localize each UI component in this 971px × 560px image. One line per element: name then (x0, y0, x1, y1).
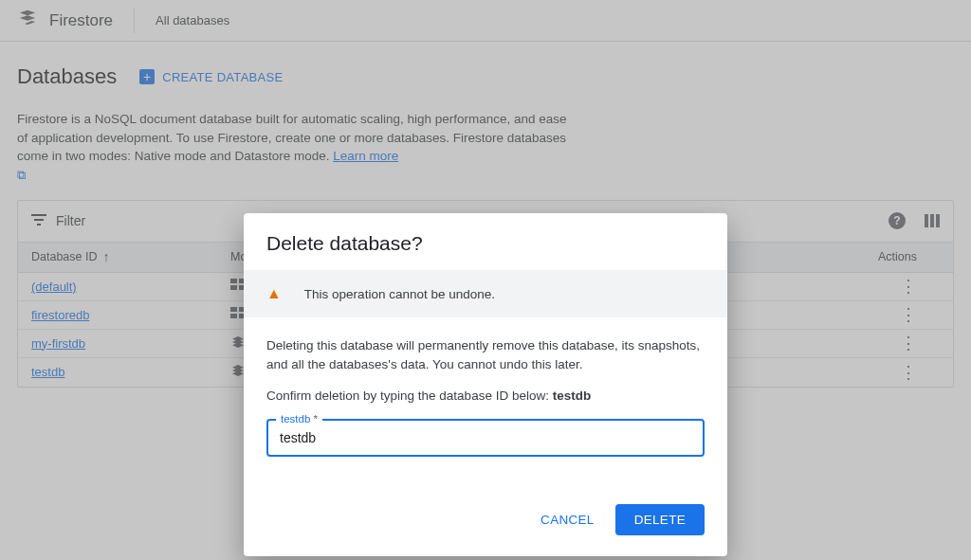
warning-text: This operation cannot be undone. (304, 287, 495, 301)
confirm-database-id-input[interactable] (266, 419, 705, 457)
dialog-title: Delete database? (244, 213, 727, 270)
warning-icon: ▲ (266, 285, 282, 302)
cancel-button[interactable]: CANCEL (531, 504, 604, 535)
confirm-prefix: Confirm deletion by typing the database … (266, 388, 553, 403)
confirm-input-wrapper: testdb * (266, 419, 705, 457)
confirm-target-id: testdb (553, 388, 592, 403)
dialog-warning-banner: ▲ This operation cannot be undone. (244, 270, 727, 317)
delete-explanation: Deleting this database will permanently … (266, 336, 705, 373)
dialog-footer: CANCEL DELETE (244, 485, 727, 556)
delete-button[interactable]: DELETE (615, 504, 705, 535)
field-label: testdb * (276, 411, 322, 427)
delete-database-dialog: Delete database? ▲ This operation cannot… (244, 213, 727, 556)
field-label-text: testdb (281, 413, 310, 425)
dialog-body: Deleting this database will permanently … (244, 317, 727, 457)
confirm-instruction: Confirm deletion by typing the database … (266, 387, 705, 406)
required-asterisk: * (314, 413, 318, 425)
